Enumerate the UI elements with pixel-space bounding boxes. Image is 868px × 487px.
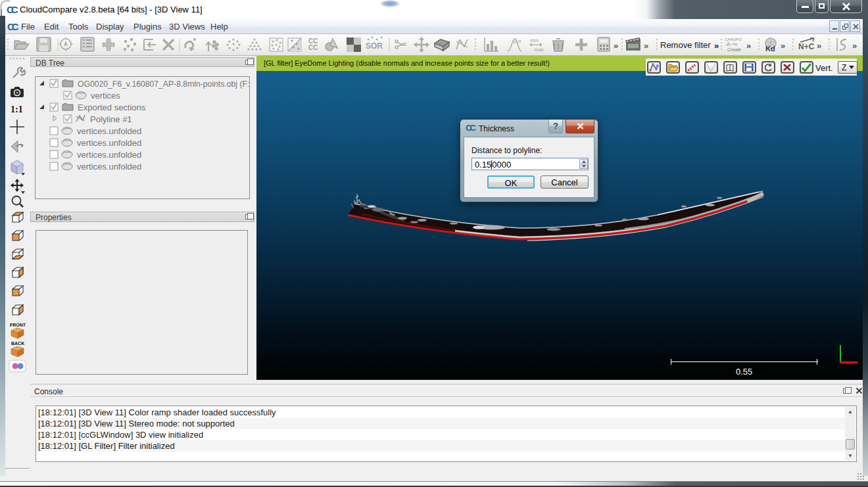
svg-text:vertices.unfolded: vertices.unfolded bbox=[77, 162, 141, 172]
svg-text:Kd: Kd bbox=[765, 45, 775, 53]
svg-text:BACK: BACK bbox=[11, 341, 24, 346]
svg-text:vertices.unfolded: vertices.unfolded bbox=[77, 150, 141, 160]
svg-text:»: » bbox=[644, 41, 648, 51]
svg-text:SOR: SOR bbox=[366, 41, 383, 51]
svg-text:Remove filter: Remove filter bbox=[660, 40, 711, 50]
svg-text:»: » bbox=[746, 41, 751, 51]
svg-text:»: » bbox=[817, 41, 821, 51]
svg-text:N+C: N+C bbox=[798, 42, 815, 51]
svg-text:vertices.unfolded: vertices.unfolded bbox=[77, 126, 141, 136]
svg-text:»: » bbox=[781, 41, 785, 51]
svg-text:CANUPO: CANUPO bbox=[725, 37, 742, 41]
svg-text:Polyline #1: Polyline #1 bbox=[90, 114, 132, 124]
svg-text:CC: CC bbox=[308, 44, 318, 51]
svg-text:OG0020_F6_v.160807_AP-8.8mln-p: OG0020_F6_v.160807_AP-8.8mln-points.obj … bbox=[78, 80, 249, 89]
svg-text:⁂~%: ⁂~% bbox=[726, 42, 737, 47]
svg-text:vertices: vertices bbox=[91, 91, 120, 101]
svg-text:μ,σ: μ,σ bbox=[514, 38, 521, 44]
svg-text:»: » bbox=[852, 41, 857, 51]
svg-text:max: max bbox=[534, 47, 544, 53]
svg-text:Exported sections: Exported sections bbox=[78, 103, 146, 112]
svg-text:min: min bbox=[530, 37, 539, 43]
svg-text:1:1: 1:1 bbox=[11, 104, 23, 114]
svg-text:»: » bbox=[714, 41, 719, 51]
svg-text:FRONT: FRONT bbox=[10, 323, 26, 327]
svg-text:vertices.unfolded: vertices.unfolded bbox=[77, 138, 141, 148]
svg-text:Create: Create bbox=[727, 47, 741, 52]
svg-text:»: » bbox=[614, 41, 618, 51]
